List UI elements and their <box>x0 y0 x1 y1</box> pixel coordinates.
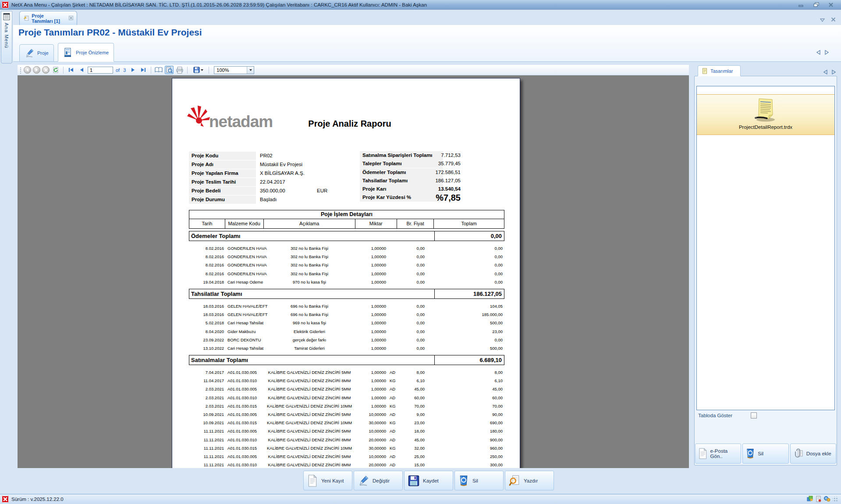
total-label: Proje Karı <box>360 185 443 193</box>
email-send-button[interactable]: e-Posta Gön.. <box>695 444 741 464</box>
info-row: Proje DurumuBaşladı <box>189 195 340 204</box>
app-logo-icon <box>2 1 9 8</box>
email-send-label: e-Posta Gön.. <box>710 448 741 459</box>
tray-document-icon[interactable] <box>816 496 821 503</box>
report-viewport[interactable]: netadam Proje Analiz Raporu Proje KoduPR… <box>18 75 689 468</box>
detail-cell: 302 no lu Banka Fişi <box>263 254 355 259</box>
show-in-table-checkbox[interactable] <box>751 412 757 419</box>
designs-scroll-right-icon[interactable] <box>832 68 836 76</box>
total-row: Proje Kar Yüzdesi %%7,85 <box>360 193 461 202</box>
tray-sync-icon[interactable] <box>823 496 830 503</box>
close-button[interactable] <box>827 2 835 8</box>
tab-close-icon[interactable] <box>69 16 73 21</box>
detail-cell: 13.10.2022 <box>189 346 224 351</box>
detail-cell: 11.11.2021 <box>189 429 224 433</box>
add-file-button[interactable]: Dosya ekle <box>790 444 836 464</box>
detail-cell: 1,00000 <box>355 395 386 400</box>
tray-windows-icon[interactable] <box>807 496 813 503</box>
last-page-button[interactable] <box>139 66 148 74</box>
next-page-button[interactable] <box>128 66 137 74</box>
total-value: 186.127,05 <box>435 178 461 183</box>
detail-cell: 302 no lu Banka Fişi <box>263 246 355 251</box>
print-preview-button[interactable] <box>165 66 174 74</box>
section-band: Satınalmalar Toplamı6.689,10 <box>189 355 504 365</box>
detail-cell: 20,00000 <box>355 437 386 442</box>
prev-page-button[interactable] <box>77 66 86 74</box>
detail-cell: KALİBRE GALVENİZLİ DENİZ ZİNCİRİ 10MM <box>263 420 355 425</box>
column-header: Malzeme Kodu <box>225 219 264 228</box>
section-band: Ödemeler Toplamı0,00 <box>189 231 504 241</box>
pencil-icon <box>25 48 34 58</box>
detail-cell: 1,00000 <box>355 320 386 325</box>
edit-button[interactable]: Değiştir <box>354 471 403 490</box>
page-number-input[interactable] <box>88 67 113 74</box>
subtab-scroll-right-icon[interactable] <box>825 49 829 57</box>
nav-forward-button[interactable] <box>33 66 40 74</box>
design-delete-label: Sil <box>758 451 763 456</box>
page-setup-button[interactable] <box>154 66 163 74</box>
tab-proje-onizleme[interactable]: Proje Önizleme <box>58 43 114 62</box>
report-preview-icon <box>63 47 73 58</box>
minimize-button[interactable] <box>797 2 805 8</box>
detail-cell: 302 no lu Banka Fişi <box>263 263 355 267</box>
tab-proje[interactable]: Proje <box>19 44 54 62</box>
restore-button[interactable] <box>812 2 820 8</box>
zoom-dropdown-button[interactable] <box>247 67 254 74</box>
detail-row: 11.11.2021A01.01.030.005KALİBRE GALVENİZ… <box>189 427 504 436</box>
tab-list-dropdown-icon[interactable] <box>820 16 825 24</box>
section-rows: 18.03.2016GELEN HAVALE/EFT696 no lu Bank… <box>189 302 504 353</box>
detail-cell: 300,00 <box>435 462 503 467</box>
detail-cell: 11.11.2021 <box>189 462 224 467</box>
save-button[interactable]: Kaydet <box>404 471 453 490</box>
tabstrip-close-icon[interactable] <box>831 16 836 24</box>
toolbar-grip[interactable] <box>20 67 22 74</box>
page-count-label: 3 <box>122 67 127 73</box>
export-save-button[interactable] <box>191 66 206 74</box>
detail-cell: 2.03.2021 <box>189 404 224 408</box>
detail-cell: 0,00 <box>395 263 425 267</box>
info-row: Proje Teslim Tarihi22.04.2017 <box>189 178 340 187</box>
detail-cell: 0,00 <box>395 320 425 325</box>
detail-row: 18.03.2016GELEN HAVALE/EFT696 no lu Bank… <box>189 302 504 311</box>
detail-cell: 2.03.2021 <box>189 395 224 400</box>
detail-cell: 1,00000 <box>355 280 386 284</box>
detail-cell: 11.04.2017 <box>189 378 224 383</box>
info-value: Müstakil Ev Projesi <box>260 162 302 167</box>
total-value: %7,85 <box>436 193 461 203</box>
section-rows: 7.04.2017A01.01.030.005KALİBRE GALVENİZL… <box>189 369 504 468</box>
refresh-button[interactable] <box>51 66 60 74</box>
tab-tasarimlar[interactable]: Tasarımlar <box>698 65 741 76</box>
detail-cell: 180,00 <box>435 429 503 433</box>
nav-back-button[interactable] <box>24 66 31 74</box>
detail-cell: 1,00000 <box>355 312 386 317</box>
detail-cell: KALİBRE GALVENİZLİ DENİZ ZİNCİRİ 5MM <box>263 387 355 391</box>
detail-cell: 970 no lu kasa fişi <box>263 280 355 284</box>
designs-panel: ProjectDetailReport.trdx Tabloda Göster … <box>694 76 837 465</box>
add-file-label: Dosya ekle <box>806 451 831 456</box>
delete-button[interactable]: Sil <box>454 471 504 490</box>
design-item-selected[interactable]: ProjectDetailReport.trdx <box>697 94 834 135</box>
total-row: Talepler Toplamı35.779,45 <box>360 160 461 168</box>
subtab-scroll-left-icon[interactable] <box>816 49 820 57</box>
page-title: Proje Tanımları PR02 - Müstakil Ev Proje… <box>18 27 202 38</box>
column-header: Tarih <box>189 219 225 228</box>
designs-list[interactable]: ProjectDetailReport.trdx <box>696 86 835 410</box>
detail-cell: 25,00 <box>395 454 425 459</box>
resize-grip[interactable] <box>833 497 838 502</box>
new-record-button[interactable]: Yeni Kayıt <box>303 471 352 490</box>
design-delete-button[interactable]: Sil <box>742 444 788 464</box>
print-button[interactable]: Yazdır <box>505 471 554 490</box>
detail-row: 10.09.2021A01.01.030.005KALİBRE GALVENİZ… <box>189 411 504 419</box>
sidebar-item-ana-menu[interactable]: Ana Menü <box>1 11 12 64</box>
first-page-button[interactable] <box>67 66 75 74</box>
designs-scroll-left-icon[interactable] <box>823 68 827 76</box>
report-page: netadam Proje Analiz Raporu Proje KoduPR… <box>172 78 520 468</box>
tab-proje-tanimlari[interactable]: Proje Tanımları [1] <box>19 11 77 25</box>
tab-label: Proje Tanımları [1] <box>32 13 64 24</box>
nav-stop-button[interactable] <box>42 66 50 74</box>
detail-cell: 696 no lu Banka Fişi <box>263 304 355 309</box>
zoom-combobox[interactable]: 100% <box>214 66 254 74</box>
detail-row: 2.03.2021A01.01.030.010KALİBRE GALVENİZL… <box>189 394 504 402</box>
print-button[interactable] <box>175 66 184 74</box>
detail-cell: 0,00 <box>435 254 503 259</box>
